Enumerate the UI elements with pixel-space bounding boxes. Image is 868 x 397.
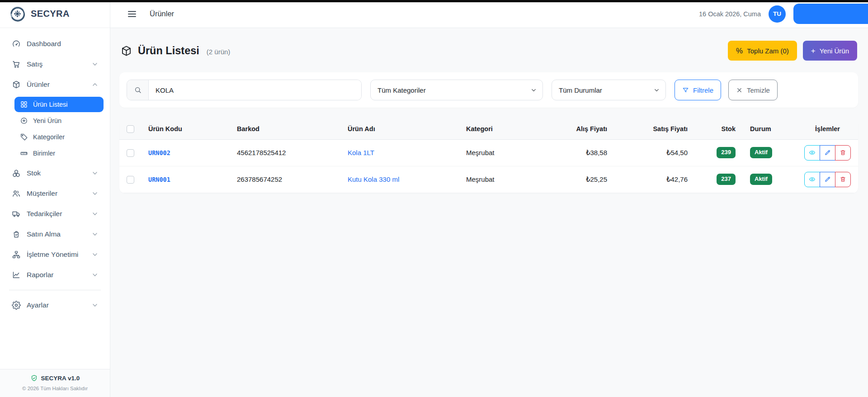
row-select-cell bbox=[119, 139, 141, 166]
delete-button[interactable] bbox=[835, 145, 851, 161]
delete-button[interactable] bbox=[835, 172, 851, 187]
product-code-link[interactable]: URN001 bbox=[148, 176, 170, 183]
current-date: 16 Ocak 2026, Cuma bbox=[699, 10, 761, 18]
hamburger-icon[interactable] bbox=[127, 9, 137, 19]
barcode-cell: 4562178525412 bbox=[230, 139, 340, 166]
sidebar-item-yeni-urun[interactable]: Yeni Ürün bbox=[14, 113, 104, 128]
footer-brand: SECYRA v1.0 bbox=[30, 374, 80, 382]
main-content: Ürün Listesi (2 ürün) % Toplu Zam (0) + … bbox=[110, 28, 868, 397]
ruler-icon bbox=[20, 149, 28, 157]
bag-check-icon bbox=[12, 230, 21, 239]
edit-button[interactable] bbox=[820, 145, 835, 161]
pencil-icon bbox=[824, 149, 831, 156]
copyright-text: © 2026 Tüm Hakları Saklıdır bbox=[4, 386, 106, 391]
search-icon bbox=[134, 86, 142, 94]
sidebar-item-musteriler[interactable]: Müşteriler bbox=[6, 184, 104, 203]
eye-icon bbox=[809, 176, 816, 183]
chevron-down-icon bbox=[92, 211, 98, 217]
actions-cell bbox=[797, 139, 858, 166]
sidebar-item-label: Ürün Listesi bbox=[33, 101, 68, 108]
trash-icon bbox=[840, 149, 846, 156]
view-button[interactable] bbox=[804, 145, 820, 161]
status-select[interactable]: Tüm Durumlar bbox=[552, 80, 666, 100]
select-all-checkbox[interactable] bbox=[127, 125, 134, 133]
clear-button[interactable]: Temizle bbox=[728, 80, 778, 100]
product-name-link[interactable]: Kutu Kola 330 ml bbox=[348, 175, 399, 183]
stock-badge: 239 bbox=[717, 147, 736, 158]
status-cell: Aktif bbox=[743, 139, 797, 166]
product-code-link[interactable]: URN002 bbox=[148, 149, 170, 156]
sale-price-cell: ₺54,50 bbox=[614, 139, 695, 166]
row-checkbox[interactable] bbox=[127, 149, 134, 157]
sidebar-item-satis[interactable]: Satış bbox=[6, 55, 104, 74]
sidebar-item-dashboard[interactable]: Dashboard bbox=[6, 34, 104, 53]
page-header: Ürün Listesi (2 ürün) % Toplu Zam (0) + … bbox=[120, 41, 857, 61]
table-head: Ürün KoduBarkodÜrün AdıKategoriAlış Fiya… bbox=[119, 118, 858, 139]
funnel-icon bbox=[682, 87, 689, 94]
topbar-right: 16 Ocak 2026, Cuma TU bbox=[699, 4, 868, 24]
sidebar-item-ayarlar[interactable]: Ayarlar bbox=[6, 296, 104, 315]
sidebar-item-tedarikciler[interactable]: Tedarikçiler bbox=[6, 204, 104, 223]
row-checkbox[interactable] bbox=[127, 176, 134, 184]
sidebar-item-stok[interactable]: Stok bbox=[6, 164, 104, 183]
sidebar-footer: SECYRA v1.0 © 2026 Tüm Hakları Saklıdır bbox=[0, 369, 110, 397]
product-name-link[interactable]: Kola 1LT bbox=[348, 149, 374, 156]
cubes-icon bbox=[12, 169, 21, 178]
row-select-cell bbox=[119, 166, 141, 193]
sidebar-item-satin-alma[interactable]: Satın Alma bbox=[6, 225, 104, 244]
sidebar-item-label: Satın Alma bbox=[27, 230, 61, 238]
new-product-button[interactable]: + Yeni Ürün bbox=[803, 41, 857, 61]
purchase-price-cell: ₺25,25 bbox=[535, 166, 614, 193]
filter-card: Tüm Kategoriler Tüm Durumlar Filtrele Te… bbox=[119, 72, 858, 108]
sidebar-item-urun-listesi[interactable]: Ürün Listesi bbox=[14, 97, 104, 112]
sidebar: SECYRA DashboardSatışÜrünlerÜrün Listesi… bbox=[0, 0, 110, 397]
box-icon bbox=[120, 45, 132, 57]
search-input-group bbox=[127, 80, 362, 100]
stock-cell: 239 bbox=[695, 139, 743, 166]
sale-price-cell: ₺42,76 bbox=[614, 166, 695, 193]
chevron-down-icon bbox=[92, 170, 98, 176]
filter-button[interactable]: Filtrele bbox=[675, 80, 721, 100]
bulk-raise-button[interactable]: % Toplu Zam (0) bbox=[728, 41, 797, 61]
search-input[interactable] bbox=[149, 80, 361, 100]
edit-button[interactable] bbox=[820, 172, 835, 187]
products-table: Ürün KoduBarkodÜrün AdıKategoriAlış Fiya… bbox=[119, 118, 858, 193]
view-button[interactable] bbox=[804, 172, 820, 187]
product-code-cell: URN001 bbox=[141, 166, 230, 193]
secyra-logo-icon bbox=[9, 5, 26, 22]
topbar-action-button[interactable] bbox=[793, 4, 868, 24]
actions-cell bbox=[797, 166, 858, 193]
status-cell: Aktif bbox=[743, 166, 797, 193]
sidebar-item-label: Kategoriler bbox=[33, 133, 65, 141]
sidebar-item-birimler[interactable]: Birimler bbox=[14, 146, 104, 161]
sidebar-item-urunler[interactable]: Ürünler bbox=[6, 75, 104, 94]
users-icon bbox=[12, 189, 21, 198]
grid-icon bbox=[20, 100, 28, 109]
chevron-down-icon bbox=[92, 302, 98, 308]
sidebar-item-label: Yeni Ürün bbox=[33, 117, 61, 124]
sidebar-item-label: Ayarlar bbox=[27, 301, 49, 309]
sidebar-item-raporlar[interactable]: Raporlar bbox=[6, 265, 104, 284]
sidebar-item-kategoriler[interactable]: Kategoriler bbox=[14, 129, 104, 145]
sitemap-icon bbox=[12, 250, 21, 259]
user-avatar[interactable]: TU bbox=[769, 5, 786, 23]
table-body: URN0024562178525412Kola 1LTMeşrubat₺38,5… bbox=[119, 139, 858, 193]
truck-icon bbox=[12, 209, 21, 218]
barcode-cell: 263785674252 bbox=[230, 166, 340, 193]
screen-edge bbox=[0, 0, 868, 2]
column-header: Ürün Adı bbox=[340, 118, 459, 139]
chevron-down-icon bbox=[92, 251, 98, 258]
column-header: Kategori bbox=[459, 118, 535, 139]
product-count: (2 ürün) bbox=[207, 48, 231, 56]
sidebar-item-isletme-yonetimi[interactable]: İşletme Yönetimi bbox=[6, 245, 104, 264]
stock-badge: 237 bbox=[717, 174, 736, 185]
column-header: Alış Fiyatı bbox=[535, 118, 614, 139]
sidebar-nav: DashboardSatışÜrünlerÜrün ListesiYeni Ür… bbox=[0, 28, 110, 369]
category-select[interactable]: Tüm Kategoriler bbox=[370, 80, 543, 100]
new-product-label: Yeni Ürün bbox=[820, 47, 849, 55]
chevron-up-icon bbox=[92, 81, 98, 88]
table-row: URN001263785674252Kutu Kola 330 mlMeşrub… bbox=[119, 166, 858, 193]
tag-icon bbox=[20, 133, 28, 141]
chevron-down-icon bbox=[92, 272, 98, 278]
row-actions bbox=[804, 145, 851, 161]
